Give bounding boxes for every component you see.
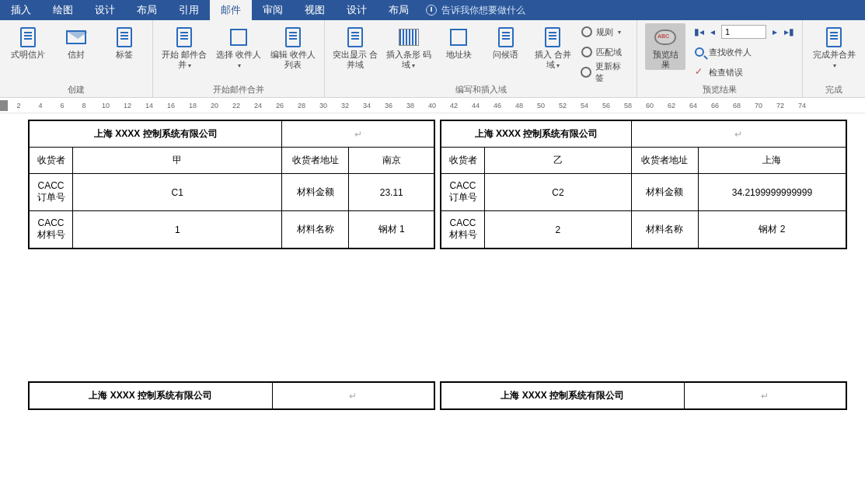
tab-view[interactable]: 视图 [294,0,336,20]
tell-me-placeholder: 告诉我你想要做什么 [441,4,525,17]
rules-icon [581,26,592,37]
tab-design[interactable]: 设计 [84,0,126,20]
ruler-mark: 2 [8,102,30,109]
ruler-mark: 18 [182,102,204,109]
ruler-mark: 56 [595,102,617,109]
ruler-mark: 20 [204,102,225,109]
first-record-button[interactable]: ▮◂ [693,26,704,37]
field-value: 23.11 [349,174,434,211]
prev-record-button[interactable]: ◂ [707,26,718,37]
field-value: 乙 [485,148,632,174]
document-area[interactable]: 上海 XXXX 控制系统有限公司↵ 收货者 甲 收货者地址 南京 CACC 订单… [0,113,865,504]
label-button[interactable]: 标签 [104,23,145,60]
highlight-merge-fields-button[interactable]: 突出显示 合并域 [333,23,378,70]
tell-me-box[interactable]: 告诉我你想要做什么 [420,0,525,20]
check-errors-button[interactable]: 检查错误 [693,64,794,81]
tab-layout[interactable]: 布局 [126,0,168,20]
tab-draw[interactable]: 绘图 [42,0,84,20]
field-label: CACC 材料号 [30,211,73,249]
match-icon [581,47,592,57]
merge-label-card: 上海 XXXX 控制系统有限公司↵ 收货者 甲 收货者地址 南京 CACC 订单… [28,120,435,249]
tab-insert[interactable]: 插入 [0,0,42,20]
horizontal-ruler[interactable]: 2468101214161820222426283032343638404244… [0,98,865,113]
tab-references[interactable]: 引用 [168,0,210,20]
field-label: 收货者 [30,148,73,174]
tab-layout-2[interactable]: 布局 [378,0,420,20]
lightbulb-icon [426,5,437,16]
update-icon [581,67,591,78]
address-block-button[interactable]: 地址块 [439,23,479,60]
postcard-icon [20,27,36,47]
preview-results-button[interactable]: 预览结果 [645,23,685,70]
ruler-mark: 74 [791,102,813,109]
ruler-mark: 48 [508,102,530,109]
greeting-icon [498,27,514,47]
chevron-down-icon: ▾ [412,62,415,69]
edit-recipient-list-button[interactable]: 编辑 收件人列表 [270,23,316,70]
group-label-write: 编写和插入域 [333,82,629,96]
field-value: 2 [485,211,632,249]
group-label-start: 开始邮件合并 [161,82,316,96]
ruler-mark: 52 [552,102,574,109]
field-value: 钢材 2 [698,211,846,249]
merge-label-card: 上海 XXXX 控制系统有限公司↵ [28,381,435,410]
chevron-down-icon: ▾ [556,62,560,69]
tab-design-2[interactable]: 设计 [336,0,378,20]
field-label: 收货者 [441,148,485,174]
next-record-button[interactable]: ▸ [769,26,780,37]
ruler-mark: 8 [73,102,95,109]
postcard-button[interactable]: 式明信片 [8,23,48,60]
envelope-button[interactable]: 信封 [56,23,96,60]
ribbon: 式明信片 信封 标签 创建 开始 邮件合并▾ 选择 收件人▾ [0,20,865,98]
ruler-mark: 42 [443,102,465,109]
ruler-mark: 68 [726,102,748,109]
ruler-mark: 72 [769,102,791,109]
record-number-input[interactable] [721,25,766,39]
field-label: 收货者地址 [282,148,349,174]
group-label-preview: 预览结果 [645,82,794,96]
ruler-mark: 6 [51,102,73,109]
group-finish: 完成并合并▾ 完成 [803,20,865,97]
finish-merge-button[interactable]: 完成并合并▾ [811,23,857,70]
ruler-mark: 32 [334,102,356,109]
greeting-line-button[interactable]: 问候语 [486,23,525,60]
field-label: CACC 订单号 [30,174,73,211]
start-mail-merge-button[interactable]: 开始 邮件合并▾ [161,23,208,70]
insert-merge-field-button[interactable]: 插入 合并域▾ [533,23,573,70]
field-label: 材料名称 [282,211,349,249]
chevron-down-icon: ▾ [188,62,191,69]
ruler-mark: 16 [160,102,182,109]
merge-label-card: 上海 XXXX 控制系统有限公司↵ 收货者 乙 收货者地址 上海 CACC 订单… [440,120,847,249]
last-record-button[interactable]: ▸▮ [783,26,794,37]
ruler-mark: 54 [574,102,595,109]
group-preview: 预览结果 ▮◂ ◂ ▸ ▸▮ 查找收件人 检查错误 预览结果 [637,20,803,97]
group-label-create: 创建 [8,82,145,96]
group-start-merge: 开始 邮件合并▾ 选择 收件人▾ 编辑 收件人列表 开始邮件合并 [153,20,325,97]
ruler-mark: 30 [312,102,334,109]
tab-review[interactable]: 审阅 [252,0,294,20]
address-block-icon [450,29,467,46]
chevron-down-icon: ▾ [238,62,241,69]
card-title: 上海 XXXX 控制系统有限公司 [30,383,273,409]
envelope-icon [66,30,86,44]
field-value: 上海 [698,148,846,174]
ruler-mark: 26 [269,102,291,109]
find-recipient-button[interactable]: 查找收件人 [693,43,794,61]
ruler-mark: 58 [617,102,639,109]
field-value: C2 [485,174,632,211]
ruler-mark: 28 [291,102,312,109]
field-label: 材料金额 [631,174,698,211]
ruler-mark: 64 [682,102,704,109]
card-title: 上海 XXXX 控制系统有限公司 [30,121,282,148]
field-label: 材料金额 [282,174,349,211]
select-recipients-button[interactable]: 选择 收件人▾ [215,23,262,70]
insert-barcode-button[interactable]: 插入条形 码域▾ [385,23,431,70]
tab-mailings[interactable]: 邮件 [210,0,252,20]
update-labels-button[interactable]: 更新标签 [581,64,629,81]
match-fields-button[interactable]: 匹配域 [581,43,629,61]
group-write-insert: 突出显示 合并域 插入条形 码域▾ 地址块 问候语 插入 合并域▾ 规则▾ 匹配… [325,20,637,97]
field-label: 收货者地址 [631,148,698,174]
field-value: 钢材 1 [349,211,434,249]
label-icon [117,27,132,47]
rules-button[interactable]: 规则▾ [581,23,629,40]
